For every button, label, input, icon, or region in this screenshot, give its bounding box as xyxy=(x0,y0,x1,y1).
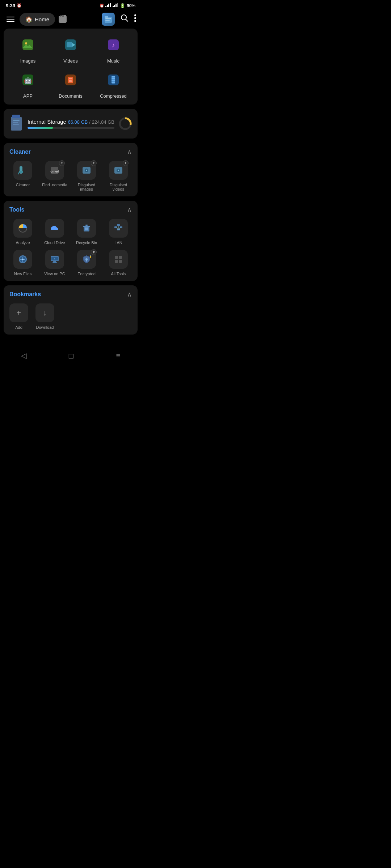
svg-rect-3 xyxy=(110,3,111,7)
svg-text:🤖: 🤖 xyxy=(24,76,32,84)
svg-rect-64 xyxy=(83,226,90,227)
category-item-images[interactable]: Images xyxy=(9,34,46,64)
svg-text:🔒: 🔒 xyxy=(89,255,91,259)
bookmarks-header: Bookmarks ∧ xyxy=(9,290,132,298)
tool-item-new-files[interactable]: New Files xyxy=(9,250,36,276)
tools-collapse-button[interactable]: ∧ xyxy=(127,206,132,214)
battery-percent: 90% xyxy=(127,3,135,8)
storage-device-icon xyxy=(9,114,23,133)
svg-rect-50 xyxy=(20,166,22,171)
sd-card-icon[interactable] xyxy=(59,16,67,22)
svg-point-61 xyxy=(118,170,119,171)
cleaner-icon-find-nomedia: .nomedia xyxy=(45,161,64,180)
svg-rect-2 xyxy=(108,4,109,7)
cleaner-item-find-nomedia[interactable]: .nomedia Find .nomedia xyxy=(41,161,68,191)
storage-size: 66.08 GB / 224.84 GB xyxy=(68,119,115,125)
clock: 9:39 xyxy=(6,3,15,8)
cleaner-collapse-button[interactable]: ∧ xyxy=(127,148,132,156)
tool-item-cloud-drive[interactable]: Cloud Drive xyxy=(41,219,68,245)
back-button[interactable]: ◁ xyxy=(14,350,34,361)
svg-rect-7 xyxy=(117,3,118,7)
category-label-images: Images xyxy=(20,58,36,64)
tool-label-lan: LAN xyxy=(114,241,122,245)
category-label-documents: Documents xyxy=(59,93,83,99)
category-icon-videos xyxy=(60,34,81,55)
bookmarks-section: Bookmarks ∧ + Add ↓ Download xyxy=(4,285,138,335)
status-bar: 9:39 ⏰ ⏰ 🔋 90% xyxy=(0,0,141,10)
svg-rect-14 xyxy=(105,16,108,18)
home-button[interactable]: ◻ xyxy=(61,350,81,361)
bookmark-icon-download: ↓ xyxy=(35,303,54,322)
category-item-music[interactable]: ♪ Music xyxy=(95,34,132,64)
cleaner-item-disguised-videos[interactable]: Disguised videos xyxy=(105,161,132,191)
signal2-icon xyxy=(113,3,118,8)
cleaner-icon-disguised-videos xyxy=(109,161,128,180)
tool-label-encrypted: Encrypted xyxy=(77,272,96,276)
bookmark-item-download[interactable]: ↓ Download xyxy=(35,303,54,329)
file-organizer-icon[interactable] xyxy=(102,13,115,26)
svg-point-20 xyxy=(134,17,136,19)
cleaner-item-cleaner[interactable]: Cleaner xyxy=(9,161,36,191)
tools-section: Tools ∧ Analyze Cloud Drive Recycle Bin xyxy=(4,201,138,281)
svg-rect-91 xyxy=(115,260,118,263)
search-button[interactable] xyxy=(121,14,129,24)
badge-find-nomedia xyxy=(59,160,65,166)
svg-rect-16 xyxy=(105,20,110,21)
tool-icon-cloud-drive xyxy=(45,219,64,238)
category-icon-app: 🤖 xyxy=(17,69,38,90)
svg-rect-45 xyxy=(13,122,18,123)
tool-label-all-tools: All Tools xyxy=(111,272,126,276)
svg-point-86 xyxy=(85,258,88,260)
category-item-documents[interactable]: Documents xyxy=(52,69,89,99)
tools-header: Tools ∧ xyxy=(9,206,132,214)
cleaner-grid: Cleaner .nomedia Find .nomedia Disguised… xyxy=(9,161,132,191)
svg-rect-92 xyxy=(119,260,122,263)
tool-item-recycle-bin[interactable]: Recycle Bin xyxy=(73,219,100,245)
svg-rect-11 xyxy=(62,15,63,17)
tool-item-analyze[interactable]: Analyze xyxy=(9,219,36,245)
cleaner-header: Cleaner ∧ xyxy=(9,148,132,156)
home-label: Home xyxy=(35,16,49,22)
tool-icon-analyze xyxy=(13,219,32,238)
svg-rect-12 xyxy=(63,15,64,17)
category-icon-documents xyxy=(60,69,81,90)
category-item-compressed[interactable]: Compressed xyxy=(95,69,132,99)
bookmark-item-add[interactable]: + Add xyxy=(9,303,28,329)
categories-grid: Images Videos ♪ Music 🤖 APP Documents Co… xyxy=(9,34,132,99)
tool-item-all-tools[interactable]: All Tools xyxy=(105,250,132,276)
svg-rect-84 xyxy=(52,262,57,263)
bookmarks-collapse-button[interactable]: ∧ xyxy=(127,290,132,298)
storage-title: Internal Storage xyxy=(28,119,66,125)
cleaner-item-disguised-images[interactable]: Disguised images xyxy=(73,161,100,191)
nav-bar: ◁ ◻ ≡ xyxy=(0,345,141,364)
svg-rect-41 xyxy=(112,82,115,83)
menu-button[interactable]: ≡ xyxy=(109,350,128,361)
category-icon-compressed xyxy=(103,69,124,90)
tool-item-encrypted[interactable]: 🔒 Encrypted xyxy=(73,250,100,276)
cleaner-title: Cleaner xyxy=(9,149,31,155)
svg-point-58 xyxy=(86,170,87,171)
hamburger-button[interactable] xyxy=(5,15,16,23)
more-options-button[interactable] xyxy=(134,14,136,24)
home-pill-button[interactable]: 🏠 Home xyxy=(20,13,55,26)
cleaner-icon-disguised-images xyxy=(77,161,96,180)
storage-card[interactable]: Internal Storage 66.08 GB / 224.84 GB xyxy=(4,109,138,139)
category-item-app[interactable]: 🤖 APP xyxy=(9,69,46,99)
svg-rect-15 xyxy=(105,18,111,19)
svg-rect-8 xyxy=(59,17,66,23)
tool-icon-recycle-bin xyxy=(77,219,96,238)
storage-used: 66.08 GB xyxy=(68,119,88,125)
svg-point-49 xyxy=(122,121,128,127)
svg-rect-4 xyxy=(113,6,114,7)
svg-rect-33 xyxy=(69,78,72,79)
svg-rect-71 xyxy=(117,224,120,226)
svg-rect-5 xyxy=(114,5,115,7)
bookmark-label-add: Add xyxy=(15,325,22,329)
cleaner-icon-cleaner xyxy=(13,161,32,180)
category-item-videos[interactable]: Videos xyxy=(52,34,89,64)
svg-line-18 xyxy=(126,19,128,21)
storage-info: Internal Storage 66.08 GB / 224.84 GB xyxy=(28,119,114,129)
cleaner-label-disguised-videos: Disguised videos xyxy=(105,183,132,191)
tool-item-lan[interactable]: LAN xyxy=(105,219,132,245)
tool-item-view-on-pc[interactable]: $ View on PC xyxy=(41,250,68,276)
